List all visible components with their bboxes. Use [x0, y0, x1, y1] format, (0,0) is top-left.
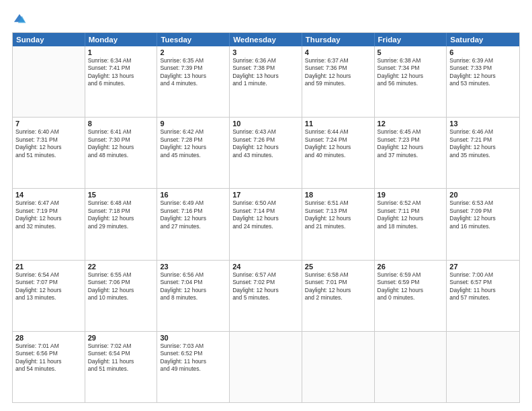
cell-line: Sunset: 7:02 PM [232, 279, 299, 286]
cell-line: Sunrise: 6:48 AM [88, 199, 154, 207]
cell-line: Sunset: 7:30 PM [88, 136, 154, 144]
cell-line: Sunset: 7:31 PM [15, 136, 82, 144]
cell-line: Sunset: 7:36 PM [305, 64, 371, 72]
cell-line: Sunrise: 6:43 AM [232, 128, 299, 136]
weekday-header-saturday: Saturday [447, 33, 519, 46]
cell-line: Sunrise: 7:00 AM [449, 271, 517, 279]
day-number: 2 [160, 48, 226, 56]
cell-line: Sunset: 7:39 PM [160, 64, 226, 72]
cell-line: and 48 minutes. [88, 152, 154, 159]
cell-line: Sunset: 6:59 PM [378, 279, 444, 286]
day-number: 29 [88, 334, 154, 342]
cell-line: Sunset: 7:11 PM [378, 208, 444, 215]
cell-line: Sunrise: 6:47 AM [15, 199, 82, 207]
calendar-cell: 19Sunrise: 6:52 AMSunset: 7:11 PMDayligh… [375, 189, 447, 259]
cell-line: Sunset: 7:34 PM [378, 64, 444, 72]
day-number: 7 [15, 120, 82, 128]
cell-line: and 13 minutes. [15, 294, 82, 302]
day-number: 23 [160, 263, 226, 271]
day-number: 22 [88, 263, 154, 271]
calendar-cell [230, 332, 302, 402]
cell-line: Sunrise: 6:59 AM [378, 271, 444, 279]
cell-line: Daylight: 12 hours [305, 215, 371, 222]
cell-line: Sunrise: 7:01 AM [15, 342, 82, 350]
calendar-header: SundayMondayTuesdayWednesdayThursdayFrid… [13, 33, 519, 46]
weekday-header-sunday: Sunday [13, 33, 85, 46]
day-number: 20 [449, 191, 517, 199]
cell-line: Sunrise: 6:40 AM [15, 128, 82, 136]
cell-line: Sunset: 7:23 PM [378, 136, 444, 144]
calendar-cell: 2Sunrise: 6:35 AMSunset: 7:39 PMDaylight… [157, 46, 230, 117]
calendar-cell: 15Sunrise: 6:48 AMSunset: 7:18 PMDayligh… [85, 189, 158, 259]
weekday-header-friday: Friday [375, 33, 447, 46]
cell-line: Daylight: 11 hours [449, 287, 517, 294]
cell-line: and 6 minutes. [88, 80, 154, 87]
day-number: 3 [232, 48, 299, 56]
cell-line: Sunset: 7:01 PM [305, 279, 371, 286]
cell-line: Sunrise: 6:55 AM [88, 271, 154, 279]
cell-line: Sunset: 7:21 PM [449, 136, 517, 144]
cell-line: Sunset: 7:06 PM [88, 279, 154, 286]
cell-line: Sunrise: 6:52 AM [378, 199, 444, 207]
day-number: 6 [449, 48, 517, 56]
calendar-cell: 18Sunrise: 6:51 AMSunset: 7:13 PMDayligh… [302, 189, 375, 259]
calendar-cell: 16Sunrise: 6:49 AMSunset: 7:16 PMDayligh… [157, 189, 230, 259]
cell-line: and 53 minutes. [449, 80, 517, 87]
cell-line: Sunset: 7:33 PM [449, 64, 517, 72]
cell-line: Sunset: 7:04 PM [160, 279, 226, 286]
day-number: 21 [15, 263, 82, 271]
cell-line: and 57 minutes. [449, 294, 517, 302]
cell-line: Daylight: 13 hours [88, 73, 154, 80]
calendar-cell [447, 332, 519, 402]
weekday-header-thursday: Thursday [302, 33, 375, 46]
cell-line: Sunset: 7:14 PM [232, 208, 299, 215]
cell-line: Sunrise: 6:58 AM [305, 271, 371, 279]
calendar-cell: 28Sunrise: 7:01 AMSunset: 6:56 PMDayligh… [13, 332, 85, 402]
cell-line: Daylight: 12 hours [15, 287, 82, 294]
cell-line: Sunset: 7:09 PM [449, 208, 517, 215]
cell-line: Daylight: 12 hours [305, 144, 371, 151]
calendar-cell: 30Sunrise: 7:03 AMSunset: 6:52 PMDayligh… [157, 332, 230, 402]
cell-line: Sunrise: 6:35 AM [160, 57, 226, 64]
cell-line: and 51 minutes. [15, 152, 82, 159]
day-number: 24 [232, 263, 299, 271]
cell-line: Daylight: 12 hours [305, 73, 371, 80]
cell-line: Daylight: 12 hours [160, 287, 226, 294]
cell-line: Sunrise: 6:49 AM [160, 199, 226, 207]
cell-line: and 21 minutes. [305, 223, 371, 230]
calendar-cell: 25Sunrise: 6:58 AMSunset: 7:01 PMDayligh… [302, 261, 375, 331]
calendar-cell [13, 46, 85, 117]
day-number: 27 [449, 263, 517, 271]
logo [12, 12, 30, 27]
cell-line: Sunrise: 7:02 AM [88, 342, 154, 350]
calendar-cell: 5Sunrise: 6:38 AMSunset: 7:34 PMDaylight… [375, 46, 447, 117]
calendar-cell: 24Sunrise: 6:57 AMSunset: 7:02 PMDayligh… [230, 261, 302, 331]
day-number: 26 [378, 263, 444, 271]
cell-line: Daylight: 12 hours [232, 144, 299, 151]
cell-line: Daylight: 12 hours [378, 73, 444, 80]
cell-line: Sunrise: 7:03 AM [160, 342, 226, 350]
cell-line: Daylight: 12 hours [378, 287, 444, 294]
cell-line: Daylight: 12 hours [449, 215, 517, 222]
weekday-header-tuesday: Tuesday [157, 33, 230, 46]
cell-line: Sunrise: 6:57 AM [232, 271, 299, 279]
calendar-cell: 13Sunrise: 6:46 AMSunset: 7:21 PMDayligh… [447, 118, 519, 188]
calendar-row-4: 28Sunrise: 7:01 AMSunset: 6:56 PMDayligh… [13, 332, 519, 402]
cell-line: Sunset: 7:26 PM [232, 136, 299, 144]
calendar-cell: 4Sunrise: 6:37 AMSunset: 7:36 PMDaylight… [302, 46, 375, 117]
cell-line: Sunset: 7:07 PM [15, 279, 82, 286]
calendar-cell: 26Sunrise: 6:59 AMSunset: 6:59 PMDayligh… [375, 261, 447, 331]
cell-line: Daylight: 13 hours [160, 73, 226, 80]
cell-line: Sunset: 7:38 PM [232, 64, 299, 72]
calendar-cell: 20Sunrise: 6:53 AMSunset: 7:09 PMDayligh… [447, 189, 519, 259]
day-number: 17 [232, 191, 299, 199]
cell-line: and 1 minute. [232, 80, 299, 87]
calendar-cell: 12Sunrise: 6:45 AMSunset: 7:23 PMDayligh… [375, 118, 447, 188]
cell-line: Sunrise: 6:56 AM [160, 271, 226, 279]
cell-line: Sunrise: 6:38 AM [378, 57, 444, 64]
cell-line: and 18 minutes. [378, 223, 444, 230]
cell-line: Sunset: 6:54 PM [88, 350, 154, 357]
cell-line: Sunrise: 6:51 AM [305, 199, 371, 207]
day-number: 4 [305, 48, 371, 56]
cell-line: Daylight: 11 hours [15, 358, 82, 365]
